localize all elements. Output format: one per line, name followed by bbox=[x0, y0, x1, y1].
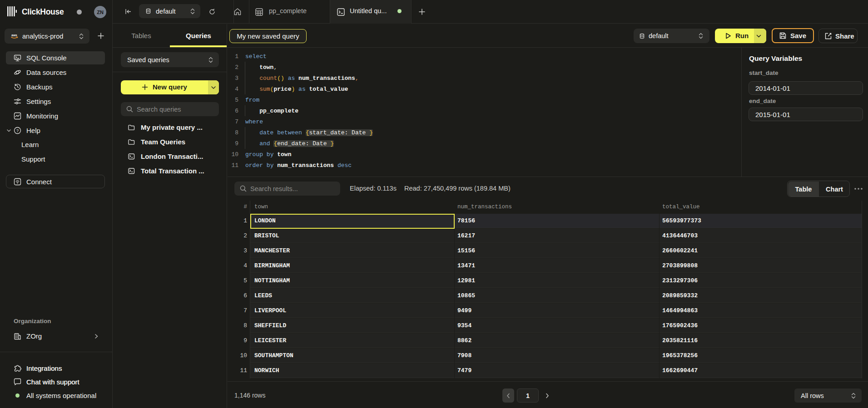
svg-text:aws: aws bbox=[11, 34, 17, 37]
svg-text:?: ? bbox=[16, 128, 19, 133]
